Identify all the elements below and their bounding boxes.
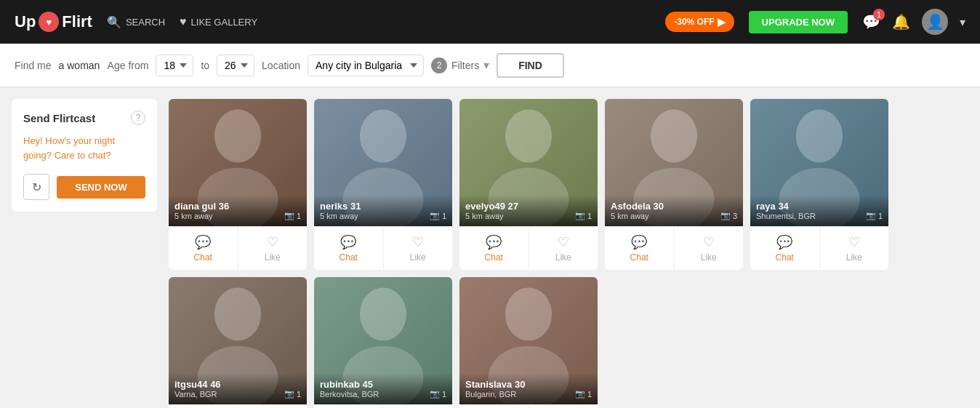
profile-age: 30 [515,379,525,390]
profile-name: raya 34 [756,201,883,212]
profile-card-itgsu44: itgsu44 46 Varna, BGR 📷 1 💬 Chat ♡ [169,277,307,408]
location-select[interactable]: Any city in Bulgaria Sofia Plovdiv Varna [308,55,424,76]
svg-point-8 [796,110,843,163]
filters-count-badge: 2 [431,57,447,73]
sidebar-title: Send Flirtcast [23,112,95,124]
profile-name: diana gul 36 [174,201,301,212]
heart-icon: ♡ [703,234,715,250]
like-button[interactable]: ♡ Like [383,404,453,408]
discount-badge[interactable]: -30% OFF ▶ [665,12,734,32]
find-button[interactable]: FIND [497,53,564,78]
send-now-button[interactable]: SEND NOW [57,176,145,199]
heart-icon: ♡ [267,234,278,250]
profile-image-neriks: neriks 31 5 km away 📷 1 [314,99,452,226]
like-button[interactable]: ♡ Like [238,404,308,408]
profile-photo-count: 📷 1 [866,211,883,220]
heart-icon: ♡ [558,234,569,250]
chat-button[interactable]: 💬 Chat [169,226,238,270]
main-content: Send Flirtcast ? Hey! How's your night g… [0,87,980,408]
messages-button[interactable]: 💬 1 [862,13,880,31]
age-to-select[interactable]: 26 30 35 40 [217,55,254,76]
camera-icon: 📷 [430,389,440,399]
profile-image-itgsu44: itgsu44 46 Varna, BGR 📷 1 [169,277,307,404]
chat-button[interactable]: 💬 Chat [169,404,238,408]
profile-name: Stanislava 30 [465,379,592,390]
profile-actions: 💬 Chat ♡ Like [459,404,598,408]
sidebar: Send Flirtcast ? Hey! How's your night g… [12,99,157,212]
chat-button[interactable]: 💬 Chat [750,226,819,270]
chat-button[interactable]: 💬 Chat [459,404,529,408]
profile-name: Asfodela 30 [611,201,737,212]
profiles-grid: diana gul 36 5 km away 📷 1 💬 Chat ♡ [169,99,968,408]
refresh-button[interactable]: ↻ [23,174,49,200]
filters-section[interactable]: 2 Filters ▾ [431,57,489,73]
profile-actions: 💬 Chat ♡ Like [314,226,452,270]
profile-age: 27 [508,201,518,212]
age-from-select[interactable]: 18 20 25 30 [156,55,193,76]
profile-image-stanislava: Stanislava 30 Bulgarin, BGR 📷 1 [459,277,598,404]
search-nav-link[interactable]: 🔍 SEARCH [107,15,165,29]
help-icon[interactable]: ? [131,111,145,125]
chat-button[interactable]: 💬 Chat [605,226,674,270]
header: Up ♥ Flirt 🔍 SEARCH ♥ LIKE GALLERY -30% … [0,0,980,44]
profile-photo-count: 📷 1 [575,211,592,220]
heart-icon: ♥ [180,15,187,28]
chat-button[interactable]: 💬 Chat [459,226,529,270]
user-avatar[interactable]: 👤 [922,9,948,35]
age-to-label: to [201,60,209,71]
profile-image-raya: raya 34 Shumentsi, BGR 📷 1 [750,99,888,226]
like-button[interactable]: ♡ Like [529,226,598,270]
sidebar-message: Hey! How's your night going? Care to cha… [23,134,145,162]
search-bar: Find me a woman a man Age from 18 20 25 … [0,44,980,87]
profile-card-stanislava: Stanislava 30 Bulgarin, BGR 📷 1 💬 Chat ♡ [459,277,598,408]
profile-age: 36 [219,201,229,212]
profile-card-neriks: neriks 31 5 km away 📷 1 💬 Chat ♡ [314,99,452,270]
bell-icon: 🔔 [892,14,910,30]
profile-actions: 💬 Chat ♡ Like [459,226,598,270]
profile-photo-count: 📷 1 [430,211,446,220]
svg-point-14 [505,288,552,341]
profile-card-raya: raya 34 Shumentsi, BGR 📷 1 💬 Chat ♡ [750,99,888,270]
like-button[interactable]: ♡ Like [674,226,744,270]
like-button[interactable]: ♡ Like [238,226,308,270]
svg-point-6 [651,110,697,163]
camera-icon: 📷 [575,211,585,220]
chat-icon: 💬 [631,234,647,250]
like-button[interactable]: ♡ Like [383,226,453,270]
like-button[interactable]: ♡ Like [819,226,889,270]
sidebar-actions: ↻ SEND NOW [23,174,145,200]
profile-location: Berkovitsa, BGR [320,390,446,399]
profile-age: 34 [778,201,788,212]
profile-image-evelyo49: evelyo49 27 5 km away 📷 1 [459,99,598,226]
camera-icon: 📷 [284,389,294,399]
camera-icon: 📷 [720,211,731,220]
logo[interactable]: Up ♥ Flirt [15,12,92,32]
camera-icon: 📷 [284,211,294,220]
profile-name: rubinkab 45 [320,379,446,390]
filters-label: Filters [451,60,479,71]
profile-dropdown-arrow[interactable]: ▾ [960,15,965,29]
header-icons: 💬 1 🔔 👤 ▾ [862,9,965,35]
chat-button[interactable]: 💬 Chat [314,404,383,408]
notifications-button[interactable]: 🔔 [892,13,910,31]
profile-distance: 5 km away [611,212,737,220]
like-gallery-nav-link[interactable]: ♥ LIKE GALLERY [180,15,257,28]
like-button[interactable]: ♡ Like [529,404,598,408]
location-label: Location [262,60,300,71]
upgrade-button[interactable]: UPGRADE NOW [749,11,848,33]
profile-location: Varna, BGR [174,390,301,399]
profile-age: 46 [210,379,220,390]
heart-icon: ♡ [412,234,424,250]
profile-name: itgsu44 46 [174,379,301,390]
age-from-label: Age from [108,60,149,71]
svg-point-2 [360,110,406,163]
chat-icon: 💬 [486,234,502,250]
profile-actions: 💬 Chat ♡ Like [750,226,888,270]
chat-icon: 💬 [340,234,356,250]
profile-photo-count: 📷 3 [720,211,737,220]
profile-image-rubinkab: rubinkab 45 Berkovitsa, BGR 📷 1 [314,277,452,404]
profile-distance: 5 km away [174,212,301,220]
find-me-select[interactable]: a woman a man [59,60,100,71]
search-icon: 🔍 [107,15,121,29]
chat-button[interactable]: 💬 Chat [314,226,383,270]
